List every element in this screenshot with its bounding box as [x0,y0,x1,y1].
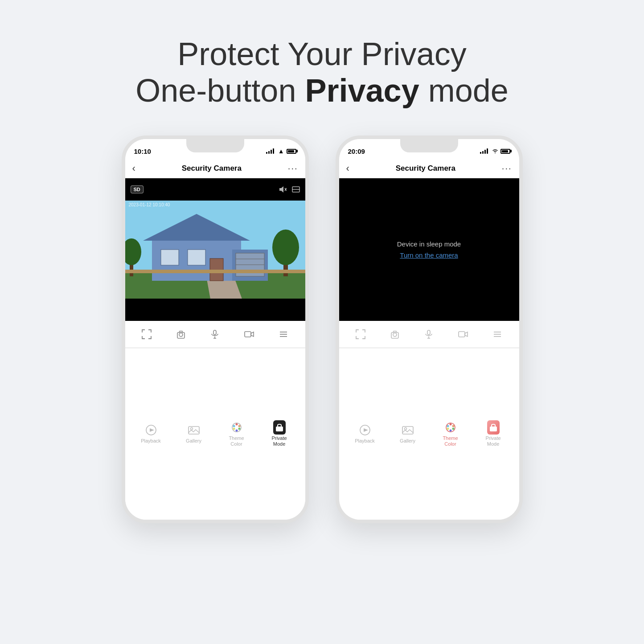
private-icon-right-wrap [487,421,500,434]
svg-point-39 [238,427,240,430]
svg-rect-65 [490,427,497,431]
svg-marker-55 [364,428,368,432]
more-button-right[interactable]: ··· [502,163,512,173]
tab-label-theme-right: Theme Color [443,435,458,447]
playback-icon-right [359,424,371,436]
action-bar-right [339,321,519,348]
more-button-left[interactable]: ··· [288,163,298,173]
action-bar-left [125,321,305,348]
svg-rect-23 [177,332,185,338]
theme-icon-left [230,421,243,434]
svg-point-44 [393,333,397,336]
fullscreen-icon-right[interactable] [356,329,365,339]
battery-left [287,149,296,154]
private-icon-left [273,421,286,434]
svg-point-59 [449,423,451,425]
back-button-right[interactable]: ‹ [346,163,349,174]
record-icon-right[interactable] [458,329,468,339]
gallery-icon-left [188,424,200,436]
time-right: 20:09 [348,148,365,155]
svg-point-42 [233,425,235,427]
hero-line2-bold: Privacy [305,73,419,108]
svg-rect-15 [188,250,205,265]
svg-rect-21 [125,270,305,273]
svg-rect-27 [245,332,251,337]
theme-icon-right [444,421,457,434]
tab-theme-left[interactable]: Theme Color [215,421,258,447]
svg-marker-50 [465,332,468,336]
phone-inner-left: 10:10 ▲ ‹ Security Camera [125,139,305,520]
sd-badge-left: SD [131,185,144,193]
fullscreen-icon[interactable] [142,329,152,339]
tab-label-private-left: Private Mode [271,435,287,447]
turn-on-link[interactable]: Turn on the camera [400,251,458,259]
back-button-left[interactable]: ‹ [132,163,135,174]
hero-line2-normal: One-button [135,73,296,108]
video-overlay-left: SD [125,178,305,201]
tab-private-left[interactable]: Private Mode [258,421,301,447]
tab-label-playback-left: Playback [141,438,161,444]
time-left: 10:10 [134,148,151,155]
phone-right: 20:09 [336,135,523,523]
settings-icon[interactable] [279,329,288,339]
svg-point-60 [452,425,454,427]
sleep-text: Device in sleep mode [397,240,461,248]
svg-rect-56 [402,427,413,434]
settings-icon-right[interactable] [492,329,502,339]
tab-gallery-left[interactable]: Gallery [172,424,215,444]
snapshot-icon-right[interactable] [390,329,400,339]
svg-point-41 [233,427,235,430]
hero-line2-suffix: mode [428,73,509,108]
signal-right [480,148,488,154]
svg-point-37 [235,423,238,425]
layout-icon [292,186,300,193]
mic-icon[interactable] [210,329,220,339]
gallery-icon-right [402,424,414,436]
sleep-screen: Device in sleep mode Turn on the camera [339,178,519,321]
nav-bar-right: ‹ Security Camera ··· [339,159,519,178]
hero-heading: Protect Your Privacy One-button Privacy … [135,36,509,109]
notch-left [186,139,244,152]
wifi-icon-right [492,148,498,154]
tab-playback-right[interactable]: Playback [344,424,386,444]
tab-theme-right[interactable]: Theme Color [429,421,472,447]
notch-right [400,139,458,152]
svg-point-64 [447,425,449,427]
svg-marker-28 [251,332,254,336]
svg-rect-49 [459,332,465,337]
video-area-left: SD 2023-01-12 [125,178,305,321]
phone-inner-right: 20:09 [339,139,519,520]
tab-playback-left[interactable]: Playback [130,424,172,444]
snapshot-icon[interactable] [176,329,186,339]
tab-private-right[interactable]: Private Mode [472,421,515,447]
mic-icon-right[interactable] [424,329,434,339]
status-icons-right [480,148,510,154]
hero-line2: One-button Privacy mode [135,72,509,109]
hero-line1: Protect Your Privacy [135,36,509,72]
video-top-right-left [279,186,300,193]
phone-left: 10:10 ▲ ‹ Security Camera [122,135,309,523]
svg-point-18 [272,230,299,265]
svg-point-57 [404,428,406,430]
tab-label-gallery-left: Gallery [186,438,201,444]
battery-right [500,149,510,154]
nav-title-left: Security Camera [182,164,242,173]
svg-point-40 [235,429,238,431]
tab-gallery-right[interactable]: Gallery [386,424,429,444]
svg-rect-34 [189,427,199,434]
video-timestamp: 2023-01-12 10:10:40 [129,202,170,207]
tab-bar-left: Playback Gallery [125,348,305,520]
svg-rect-14 [161,250,179,265]
phones-container: 10:10 ▲ ‹ Security Camera [122,135,523,523]
svg-point-61 [452,427,454,430]
mute-icon [279,186,287,193]
nav-title-right: Security Camera [396,164,455,173]
svg-rect-43 [276,427,283,431]
svg-rect-46 [427,330,430,335]
video-area-right: Device in sleep mode Turn on the camera [339,178,519,321]
svg-rect-24 [213,330,216,335]
tab-label-gallery-right: Gallery [400,438,415,444]
tab-bar-right: Playback Gallery [339,348,519,520]
svg-rect-45 [391,332,398,338]
record-icon[interactable] [244,329,254,339]
